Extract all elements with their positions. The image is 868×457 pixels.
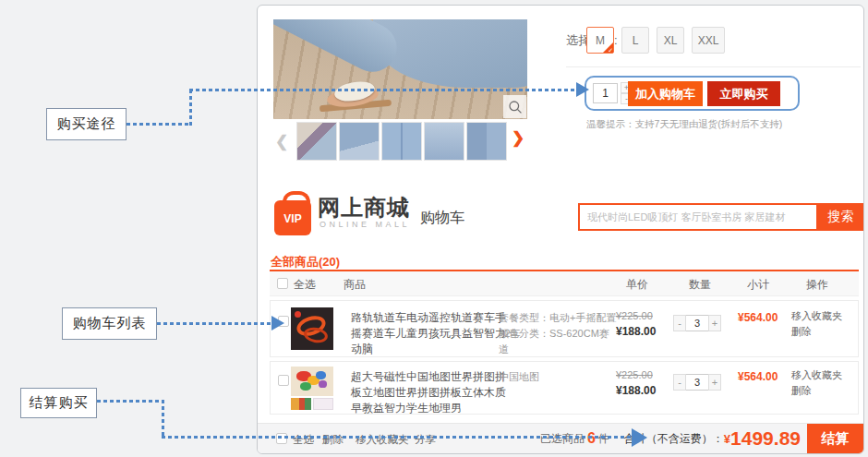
header-subtotal: 小计 bbox=[747, 277, 769, 293]
photo-jeans-shape bbox=[373, 19, 527, 88]
page-title: 购物车 bbox=[420, 209, 464, 228]
add-to-cart-button[interactable]: 加入购物车 bbox=[628, 81, 703, 106]
return-policy-tip: 温馨提示：支持7天无理由退货(拆封后不支持) bbox=[586, 118, 782, 131]
row-quantity-stepper: - 3 + bbox=[673, 315, 721, 331]
annotation-arrow-icon bbox=[576, 82, 589, 97]
annotation-arrow-icon bbox=[632, 428, 647, 447]
mini-map-image bbox=[291, 398, 311, 410]
product-title[interactable]: 超大号磁性中国地图世界拼图拼板立地图世界拼图拼板立体木质早教益智力学生地理男 bbox=[351, 369, 508, 416]
thumbnail-image[interactable] bbox=[424, 122, 464, 161]
annotation-connector bbox=[162, 400, 164, 439]
thumbnail-image[interactable] bbox=[466, 122, 507, 161]
mall-name-en: ONLINE MALL bbox=[319, 220, 410, 229]
cart-totals: 已选商品 6 件 合计（不含运费）： ¥ 1499.89 bbox=[540, 424, 801, 453]
select-all-checkbox[interactable] bbox=[277, 278, 288, 289]
product-title[interactable]: 路轨轨道车电动遥控轨道赛车手摇赛道车儿童男孩玩具益智智力动脑 bbox=[351, 310, 508, 357]
divider bbox=[566, 66, 861, 67]
cart-row: 路轨轨道车电动遥控轨道赛车手摇赛道车儿童男孩玩具益智智力动脑 套餐类型：电动+手… bbox=[270, 300, 859, 357]
website-panel: ❮ ❯ 选择尺码: M L XL XXL 1 + - 加入购物车 立即购买 温馨… bbox=[257, 5, 864, 454]
annotation-connector bbox=[162, 436, 633, 439]
annotation-purchase-path: 购买途径 bbox=[46, 108, 127, 140]
thumbnail-strip bbox=[296, 122, 507, 161]
current-price: ¥188.00 bbox=[616, 325, 656, 338]
row-checkbox[interactable] bbox=[278, 375, 289, 386]
select-all-checkbox[interactable] bbox=[276, 433, 287, 444]
product-image-china-map[interactable] bbox=[291, 367, 333, 396]
cart-row: 超大号磁性中国地图世界拼图拼板立地图世界拼图拼板立体木质早教益智力学生地理男 中… bbox=[270, 361, 859, 415]
total-value: 1499.89 bbox=[730, 427, 801, 450]
currency-symbol: ¥ bbox=[724, 432, 730, 446]
logo-badge: VIP bbox=[274, 212, 311, 225]
original-price: ¥225.00 bbox=[616, 310, 653, 321]
annotation-connector bbox=[157, 322, 271, 325]
header-select-all: 全选 bbox=[294, 277, 316, 293]
annotation-arrow-icon bbox=[271, 316, 284, 331]
cart-section-title: 全部商品(20) bbox=[271, 254, 340, 271]
cart-table-header: 全选 商品 单价 数量 小计 操作 bbox=[270, 271, 859, 296]
quantity-decrease-button[interactable]: - bbox=[673, 374, 686, 391]
header-unit-price: 单价 bbox=[626, 277, 648, 293]
buy-actions-highlight: 1 + - 加入购物车 立即购买 bbox=[585, 76, 800, 111]
checkout-button[interactable]: 结算 bbox=[807, 424, 863, 453]
header-quantity: 数量 bbox=[689, 277, 711, 293]
header-product: 商品 bbox=[344, 277, 366, 293]
move-to-favorites-link[interactable]: 移入收藏夹 bbox=[791, 309, 842, 323]
product-image-race-track[interactable] bbox=[291, 307, 333, 350]
magnifier-icon[interactable] bbox=[503, 95, 526, 118]
size-chip-xxl[interactable]: XXL bbox=[692, 27, 725, 54]
carousel-next-icon[interactable]: ❯ bbox=[512, 128, 524, 148]
header-action: 操作 bbox=[806, 277, 828, 293]
delete-link[interactable]: 删除 bbox=[791, 325, 812, 339]
row-subtotal: ¥564.00 bbox=[738, 370, 778, 383]
mall-name: 网上商城 bbox=[318, 193, 410, 222]
product-image-minis bbox=[291, 398, 333, 410]
product-spec-1: 中国地图 bbox=[499, 369, 617, 385]
thumbnail-image[interactable] bbox=[339, 122, 380, 161]
annotation-cart-list: 购物车列表 bbox=[62, 307, 157, 340]
delete-link[interactable]: 删除 bbox=[791, 384, 812, 398]
original-price: ¥225.00 bbox=[616, 369, 653, 380]
selected-count: 6 bbox=[587, 430, 596, 447]
move-to-favorites-link[interactable]: 移入收藏夹 bbox=[791, 368, 842, 382]
quantity-input[interactable]: 1 bbox=[593, 83, 618, 103]
selected-prefix: 已选商品 bbox=[540, 431, 585, 447]
quantity-value[interactable]: 3 bbox=[686, 374, 708, 391]
annotation-connector bbox=[97, 400, 164, 403]
carousel-prev-icon[interactable]: ❮ bbox=[275, 132, 288, 151]
quantity-value[interactable]: 3 bbox=[686, 315, 708, 331]
map-region bbox=[319, 380, 327, 388]
row-quantity-stepper: - 3 + bbox=[673, 374, 721, 391]
map-region bbox=[316, 371, 326, 379]
size-chip-l[interactable]: L bbox=[621, 27, 649, 54]
buy-now-button[interactable]: 立即购买 bbox=[707, 81, 780, 106]
thumbnail-image[interactable] bbox=[296, 122, 337, 161]
selected-suffix: 件 bbox=[598, 431, 609, 447]
track-ring bbox=[303, 326, 329, 344]
quantity-increase-button[interactable]: + bbox=[708, 374, 721, 391]
search-input[interactable] bbox=[578, 203, 818, 231]
annotation-connector bbox=[127, 123, 191, 126]
track-car bbox=[295, 311, 301, 318]
quantity-increase-button[interactable]: + bbox=[708, 315, 721, 331]
row-subtotal: ¥564.00 bbox=[738, 311, 778, 324]
photo-leg-shape bbox=[273, 19, 405, 80]
map-region bbox=[300, 382, 311, 391]
size-chip-m[interactable]: M bbox=[586, 27, 614, 54]
size-options: M L XL XXL bbox=[586, 27, 725, 54]
annotation-checkout: 结算购买 bbox=[20, 388, 97, 418]
product-spec-2: 颜色分类：SS-620CM赛道 bbox=[499, 326, 617, 357]
mini-grid-image bbox=[313, 398, 333, 410]
mall-logo-icon[interactable]: VIP bbox=[274, 200, 311, 235]
product-main-image bbox=[273, 19, 527, 119]
annotation-connector bbox=[189, 90, 192, 126]
size-chip-xl[interactable]: XL bbox=[657, 27, 684, 54]
annotation-connector bbox=[189, 89, 576, 91]
quantity-decrease-button[interactable]: - bbox=[673, 315, 686, 331]
thumbnail-image[interactable] bbox=[381, 122, 422, 161]
current-price: ¥188.00 bbox=[616, 384, 656, 397]
search-button[interactable]: 搜索 bbox=[818, 203, 863, 231]
